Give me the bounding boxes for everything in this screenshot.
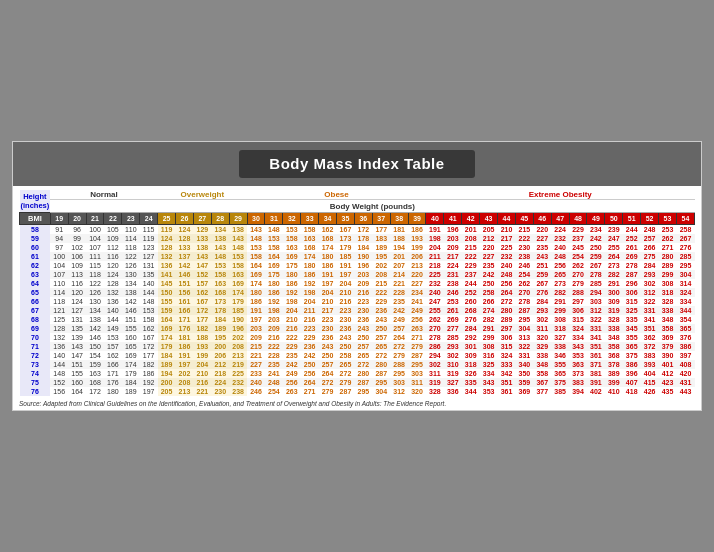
- weight-cell: 242: [587, 234, 605, 243]
- weight-cell: 331: [641, 306, 659, 315]
- weight-cell: 154: [86, 351, 104, 360]
- weight-cell: 203: [354, 270, 372, 279]
- weight-cell: 412: [659, 369, 677, 378]
- weight-cell: 210: [193, 369, 211, 378]
- weight-cell: 435: [659, 387, 677, 396]
- bmi-53: 53: [659, 213, 677, 225]
- weight-cell: 397: [676, 351, 694, 360]
- weight-cell: 148: [229, 243, 247, 252]
- bmi-41: 41: [444, 213, 462, 225]
- weight-cell: 286: [426, 342, 444, 351]
- weight-cell: 293: [533, 306, 551, 315]
- bmi-35: 35: [337, 213, 355, 225]
- weight-cell: 174: [319, 243, 337, 252]
- weight-cell: 294: [587, 288, 605, 297]
- weight-cell: 314: [676, 279, 694, 288]
- weight-cell: 377: [533, 387, 551, 396]
- weight-cell: 151: [176, 279, 194, 288]
- weight-cell: 272: [337, 369, 355, 378]
- weight-cell: 304: [372, 387, 390, 396]
- weight-cell: 222: [372, 288, 390, 297]
- bmi-49: 49: [587, 213, 605, 225]
- weight-cell: 221: [193, 387, 211, 396]
- weight-cell: 218: [426, 261, 444, 270]
- weight-cell: 296: [623, 279, 641, 288]
- weight-cell: 114: [50, 288, 68, 297]
- weight-cell: 182: [193, 324, 211, 333]
- weight-label: Body Weight (pounds): [50, 200, 694, 213]
- weight-cell: 143: [68, 342, 86, 351]
- weight-cell: 248: [641, 225, 659, 235]
- weight-cell: 222: [515, 234, 533, 243]
- height-cell: 74: [20, 369, 51, 378]
- weight-cell: 124: [68, 297, 86, 306]
- weight-cell: 232: [426, 279, 444, 288]
- weight-cell: 203: [265, 315, 283, 324]
- weight-cell: 369: [515, 387, 533, 396]
- weight-cell: 242: [390, 306, 408, 315]
- weight-cell: 126: [122, 261, 140, 270]
- height-cell: 60: [20, 243, 51, 252]
- weight-cell: 328: [605, 315, 623, 324]
- weight-cell: 250: [319, 351, 337, 360]
- weight-cell: 338: [659, 306, 677, 315]
- weight-cell: 299: [480, 333, 498, 342]
- weight-cell: 256: [301, 369, 319, 378]
- weight-cell: 169: [265, 261, 283, 270]
- weight-cell: 310: [444, 360, 462, 369]
- weight-cell: 324: [498, 351, 516, 360]
- weight-cell: 198: [426, 234, 444, 243]
- weight-cell: 328: [659, 297, 677, 306]
- weight-cell: 254: [569, 252, 587, 261]
- weight-cell: 381: [587, 369, 605, 378]
- weight-cell: 348: [659, 315, 677, 324]
- weight-cell: 256: [498, 279, 516, 288]
- weight-cell: 142: [176, 261, 194, 270]
- table-row: 6110010611111612212713213714314815315816…: [20, 252, 695, 261]
- weight-cell: 263: [283, 387, 301, 396]
- weight-cell: 221: [247, 351, 265, 360]
- weight-cell: 213: [176, 387, 194, 396]
- weight-cell: 393: [641, 360, 659, 369]
- weight-cell: 197: [247, 315, 265, 324]
- weight-cell: 221: [390, 279, 408, 288]
- height-cell: 67: [20, 306, 51, 315]
- cat-obese: Obese: [247, 190, 426, 200]
- weight-cell: 113: [68, 270, 86, 279]
- weight-cell: 295: [372, 378, 390, 387]
- weight-cell: 168: [319, 234, 337, 243]
- weight-cell: 168: [301, 243, 319, 252]
- bmi-46: 46: [533, 213, 551, 225]
- weight-cell: 138: [211, 234, 229, 243]
- weight-cell: 190: [229, 315, 247, 324]
- weight-cell: 127: [140, 252, 158, 261]
- weight-cell: 230: [211, 387, 229, 396]
- weight-cell: 262: [569, 261, 587, 270]
- weight-cell: 311: [408, 378, 426, 387]
- weight-cell: 94: [50, 234, 68, 243]
- weight-cell: 190: [354, 252, 372, 261]
- weight-cell: 300: [605, 288, 623, 297]
- weight-cell: 158: [265, 243, 283, 252]
- weight-cell: 222: [265, 342, 283, 351]
- weight-cell: 147: [68, 351, 86, 360]
- weight-cell: 327: [551, 333, 569, 342]
- weight-cell: 344: [462, 387, 480, 396]
- weight-cell: 361: [587, 351, 605, 360]
- weight-cell: 179: [337, 243, 355, 252]
- weight-cell: 192: [301, 279, 319, 288]
- bmi-44: 44: [498, 213, 516, 225]
- weight-cell: 282: [605, 270, 623, 279]
- bmi-19: 19: [50, 213, 68, 225]
- weight-cell: 186: [283, 279, 301, 288]
- bmi-21: 21: [86, 213, 104, 225]
- weight-cell: 180: [265, 279, 283, 288]
- category-header-row: Height(inches) Normal Overweight Obese E…: [20, 190, 695, 200]
- weight-cell: 136: [50, 342, 68, 351]
- weight-cell: 227: [247, 360, 265, 369]
- weight-cell: 218: [211, 369, 229, 378]
- weight-cell: 180: [301, 261, 319, 270]
- weight-cell: 128: [50, 324, 68, 333]
- weight-cell: 232: [551, 234, 569, 243]
- weight-cell: 143: [229, 234, 247, 243]
